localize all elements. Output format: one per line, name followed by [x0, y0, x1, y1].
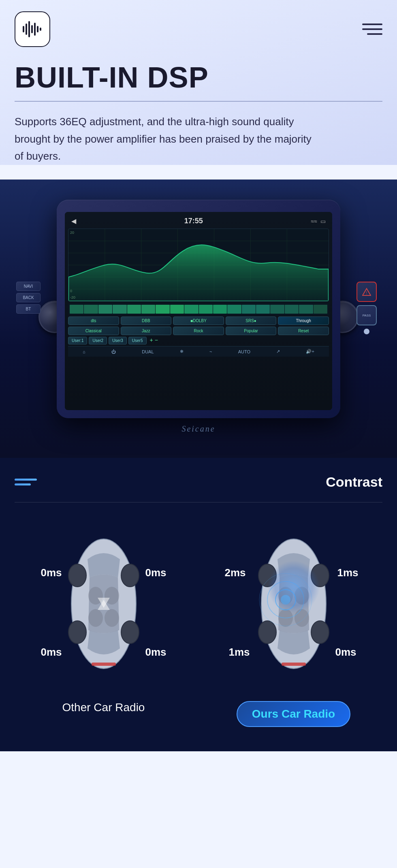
rock-button[interactable]: Rock [173, 327, 224, 335]
eq-bar [156, 305, 169, 314]
svg-point-21 [68, 564, 86, 587]
eq-bar [84, 305, 98, 314]
svg-point-33 [258, 564, 276, 587]
svg-text:!: ! [366, 291, 367, 295]
reset-button[interactable]: Reset [278, 327, 329, 335]
nav-bar [0, 0, 397, 55]
svg-rect-5 [37, 26, 38, 32]
hamburger-line-1 [362, 24, 382, 25]
eq-bar [227, 305, 241, 314]
our-car-label[interactable]: Ours Car Radio [237, 701, 350, 727]
radio-screen[interactable]: ◀ 17:55 ≈≈ ▭ [65, 212, 332, 410]
contrast-line-2 [15, 483, 31, 485]
hamburger-menu-icon[interactable] [362, 24, 382, 35]
user3-preset[interactable]: User3 [109, 337, 127, 344]
svg-rect-29 [92, 663, 116, 666]
eq-bar [98, 305, 112, 314]
other-car-svg [47, 519, 160, 689]
dsp-controls: dts DBB ■DOLBY SRS● Through Classical Ja… [68, 316, 329, 335]
eq-bar [242, 305, 256, 314]
eq-label-0: 0 [70, 289, 72, 293]
jazz-button[interactable]: Jazz [121, 327, 172, 335]
add-preset-button[interactable]: + [150, 337, 153, 344]
logo-box [15, 11, 50, 47]
eq-curve-svg [68, 229, 329, 301]
eq-bar [70, 305, 83, 314]
srs-button[interactable]: SRS● [226, 316, 277, 325]
contrast-line-1 [15, 479, 37, 481]
popular-button[interactable]: Popular [226, 327, 277, 335]
header-section: BUILT-IN DSP Supports 36EQ adjustment, a… [0, 0, 397, 165]
svg-point-27 [88, 609, 103, 627]
eq-label-20: 20 [70, 231, 74, 235]
dot-indicator [364, 329, 369, 334]
eq-bar [170, 305, 184, 314]
warning-button[interactable]: ! [356, 282, 377, 302]
dolby-button[interactable]: ■DOLBY [173, 316, 224, 325]
car-display-section: NAVI BACK BT ! PASS ◀ [0, 180, 397, 458]
classical-button[interactable]: Classical [68, 327, 119, 335]
svg-point-38 [295, 587, 309, 605]
svg-point-35 [311, 564, 329, 587]
svg-point-23 [121, 564, 139, 587]
audio-waveform-icon [21, 18, 44, 41]
svg-point-45 [281, 595, 290, 605]
contrast-header: Contrast [15, 474, 382, 490]
volume-up-icon[interactable]: 🔊+ [306, 349, 314, 354]
title-divider [15, 101, 382, 102]
user1-preset[interactable]: User:1 [68, 337, 87, 344]
contrast-section: Contrast 0ms 0ms 0ms 0ms [0, 458, 397, 751]
user5-preset[interactable]: User5 [128, 337, 147, 344]
eq-bar [184, 305, 198, 314]
page-title: BUILT-IN DSP [15, 62, 382, 94]
our-car-svg [237, 519, 350, 689]
svg-rect-3 [31, 25, 33, 33]
screen-time: 17:55 [184, 217, 203, 225]
contrast-lines-icon [15, 479, 37, 485]
svg-point-36 [311, 621, 329, 644]
svg-rect-6 [40, 28, 41, 31]
bt-button[interactable]: BT [16, 304, 41, 314]
title-section: BUILT-IN DSP Supports 36EQ adjustment, a… [0, 55, 397, 165]
home-icon[interactable]: ⌂ [83, 349, 85, 354]
eq-bar [113, 305, 126, 314]
svg-point-22 [68, 621, 86, 644]
eq-bar [270, 305, 284, 314]
eq-bar [256, 305, 270, 314]
our-car-label-area: Ours Car Radio [237, 701, 350, 727]
nav-icon[interactable]: ↗ [276, 349, 280, 354]
right-controls: ! PASS [356, 282, 377, 334]
passenger-button[interactable]: PASS [356, 305, 377, 325]
other-car-side: 0ms 0ms 0ms 0ms [15, 519, 192, 727]
svg-rect-41 [282, 663, 306, 666]
eq-bars-row [68, 303, 329, 315]
screen-back-icon[interactable]: ◀ [71, 217, 76, 225]
power-icon[interactable]: ⏻ [111, 349, 116, 354]
contrast-divider [15, 502, 382, 502]
hamburger-line-2 [362, 28, 382, 30]
through-button[interactable]: Through [278, 316, 329, 325]
cars-comparison: 0ms 0ms 0ms 0ms [15, 519, 382, 727]
triangle-warning-icon: ! [362, 287, 371, 296]
eq-bar [127, 305, 141, 314]
dts-button[interactable]: dts [68, 316, 119, 325]
svg-rect-0 [23, 26, 24, 32]
snowflake-icon[interactable]: ❄ [180, 349, 184, 354]
auto-label: AUTO [238, 349, 250, 354]
svg-rect-4 [34, 23, 36, 36]
eq-display: 20 0 -20 [68, 229, 329, 301]
navi-button[interactable]: NAVI [16, 282, 41, 291]
back-button[interactable]: BACK [16, 293, 41, 302]
remove-preset-button[interactable]: − [155, 337, 158, 344]
contrast-label: Contrast [326, 474, 382, 490]
dbb-button[interactable]: DBB [121, 316, 172, 325]
ac-icon[interactable]: ~ [209, 349, 212, 354]
eq-bar [141, 305, 155, 314]
svg-rect-1 [26, 24, 27, 35]
our-car-top-view: 2ms 1ms 1ms 0ms [237, 519, 350, 689]
svg-rect-2 [28, 21, 30, 37]
eq-bar [299, 305, 313, 314]
user2-preset[interactable]: User2 [89, 337, 107, 344]
screen-topbar: ◀ 17:55 ≈≈ ▭ [68, 215, 329, 227]
svg-point-34 [258, 621, 276, 644]
